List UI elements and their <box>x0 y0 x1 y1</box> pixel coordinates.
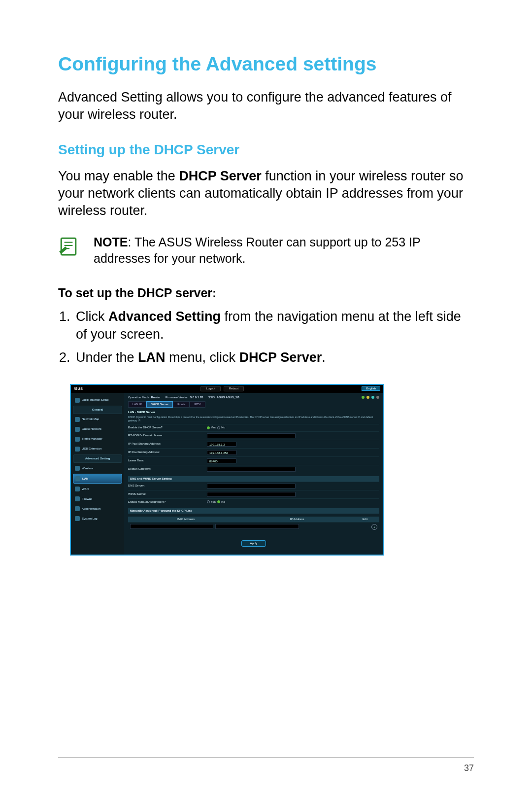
gateway-input[interactable] <box>207 467 296 472</box>
logout-button[interactable]: Logout <box>200 386 220 391</box>
manual-table-row: + <box>128 522 379 531</box>
lease-label: Lease Time: <box>128 459 207 462</box>
sidebar-item-lan[interactable]: LAN <box>73 474 122 484</box>
sidebar-label: WAN <box>82 488 89 491</box>
domain-input[interactable] <box>207 433 296 438</box>
row-dns: DNS Server: <box>128 482 379 490</box>
router-tabs: LAN IP DHCP Server Route IPTV <box>128 401 379 408</box>
sidebar-qis-label: Quick Internet Setup <box>82 398 109 402</box>
apply-button[interactable]: Apply <box>241 540 266 547</box>
map-icon <box>75 417 80 422</box>
sidebar-item-wan[interactable]: WAN <box>73 485 122 493</box>
sidebar-section-general: General <box>73 406 122 414</box>
sidebar-label: USB Extension <box>82 447 101 451</box>
row-wins: WINS Server: <box>128 490 379 498</box>
usb-status-icon <box>371 396 374 399</box>
sidebar-label: Administration <box>82 507 100 511</box>
intro-paragraph: Advanced Setting allows you to configure… <box>58 89 474 123</box>
sidebar-section-advanced: Advanced Setting <box>73 454 122 463</box>
sidebar-label: Traffic Manager <box>82 437 102 441</box>
status-icon <box>366 396 369 399</box>
ip-input[interactable] <box>215 524 299 529</box>
router-topbar: /SUS Logout Reboot English <box>71 385 383 393</box>
asus-logo: /SUS <box>74 387 83 391</box>
tab-dhcp-server[interactable]: DHCP Server <box>146 401 173 408</box>
manual-list-heading: Manually Assigned IP around the DHCP Lis… <box>128 508 379 514</box>
users-icon <box>75 427 80 432</box>
yes-label: Yes <box>211 500 216 503</box>
router-main: Operation Mode: Router Firmware Version:… <box>124 393 383 555</box>
row-manual: Enable Manual Assignment? Yes No <box>128 498 379 505</box>
fw-label: Firmware Version: <box>166 396 189 399</box>
col-ip: IP Address <box>241 518 353 521</box>
radio-manual-yes[interactable] <box>207 500 210 503</box>
col-edit: Edit <box>353 518 377 521</box>
note-block: NOTE: The ASUS Wireless Router can suppo… <box>58 234 474 266</box>
error-text <box>128 535 379 538</box>
radio-manual-no[interactable] <box>217 500 220 503</box>
tab-route[interactable]: Route <box>173 401 190 408</box>
language-select[interactable]: English <box>362 386 380 391</box>
sidebar-item-system-log[interactable]: System Log <box>73 514 122 523</box>
reboot-button[interactable]: Reboot <box>224 386 244 391</box>
enable-label: Enable the DHCP Server? <box>128 426 207 429</box>
usb-icon <box>75 447 80 452</box>
mac-input[interactable] <box>130 524 213 529</box>
footer-rule <box>58 757 474 758</box>
sidebar-item-usb-extension[interactable]: USB Extension <box>73 445 122 453</box>
step2-mid: menu, click <box>166 350 239 365</box>
row-domain-name: RT-N56U's Domain Name: <box>128 431 379 440</box>
gateway-label: Default Gateway: <box>128 467 207 471</box>
tab-lan-ip[interactable]: LAN IP <box>128 401 146 408</box>
lease-input[interactable]: 86400 <box>207 458 236 463</box>
row-gateway: Default Gateway: <box>128 465 379 473</box>
panel-title: LAN - DHCP Server <box>128 411 379 414</box>
row-end-addr: IP Pool Ending Address: 192.168.1.254 <box>128 448 379 456</box>
sidebar-item-guest-network[interactable]: Guest Network <box>73 425 122 434</box>
router-footer: Apply <box>128 531 379 552</box>
note-text: NOTE: The ASUS Wireless Router can suppo… <box>94 234 474 266</box>
step-2: Under the LAN menu, click DHCP Server. <box>74 349 474 366</box>
body-bold: DHCP Server <box>179 169 262 183</box>
ssid-label: SSID: <box>208 396 216 399</box>
dns-wins-heading: DNS and WINS Server Setting <box>128 476 379 482</box>
yes-label: Yes <box>211 426 216 429</box>
wrench-icon <box>75 506 80 511</box>
add-row-button[interactable]: + <box>371 524 377 530</box>
sidebar-item-wireless[interactable]: Wireless <box>73 464 122 473</box>
manual-table-header: MAC Address IP Address Edit <box>128 517 379 522</box>
step2-bold1: LAN <box>138 350 166 365</box>
radio-yes[interactable] <box>207 426 210 429</box>
step2-post: . <box>322 350 326 365</box>
col-mac: MAC Address <box>130 518 241 521</box>
wrench-icon <box>75 496 80 501</box>
sidebar-item-traffic-manager[interactable]: Traffic Manager <box>73 435 122 444</box>
step2-bold2: DHCP Server <box>239 350 322 365</box>
dns-input[interactable] <box>207 484 296 488</box>
tab-iptv[interactable]: IPTV <box>190 401 205 408</box>
wins-input[interactable] <box>207 492 296 497</box>
sidebar-label: System Log <box>82 517 98 521</box>
wrench-icon <box>75 516 80 521</box>
sidebar-label: Network Map <box>82 418 99 421</box>
end-input[interactable]: 192.168.1.254 <box>207 450 236 455</box>
steps-list: Click Advanced Setting from the navigati… <box>58 308 474 366</box>
ssid-value: ASUS ASUS_5G <box>217 396 239 399</box>
end-label: IP Pool Ending Address: <box>128 451 207 454</box>
note-body: : The ASUS Wireless Router can support u… <box>94 235 420 265</box>
router-sidebar: Quick Internet Setup General Network Map… <box>71 393 124 555</box>
sidebar-item-firewall[interactable]: Firewall <box>73 494 122 503</box>
sidebar-qis[interactable]: Quick Internet Setup <box>73 396 122 405</box>
page-number: 37 <box>464 763 474 773</box>
radio-no[interactable] <box>217 426 220 429</box>
steps-heading: To set up the DHCP server: <box>58 286 474 300</box>
domain-label: RT-N56U's Domain Name: <box>128 434 207 437</box>
sidebar-label: Guest Network <box>82 427 101 431</box>
start-input[interactable]: 192.168.1.2 <box>207 442 236 447</box>
fw-version: 3.0.0.1.78 <box>190 396 203 399</box>
sidebar-item-administration[interactable]: Administration <box>73 504 122 513</box>
sidebar-label: LAN <box>82 477 88 481</box>
wrench-icon <box>75 476 80 481</box>
sidebar-item-network-map[interactable]: Network Map <box>73 415 122 424</box>
step1-bold: Advanced Setting <box>108 309 221 324</box>
